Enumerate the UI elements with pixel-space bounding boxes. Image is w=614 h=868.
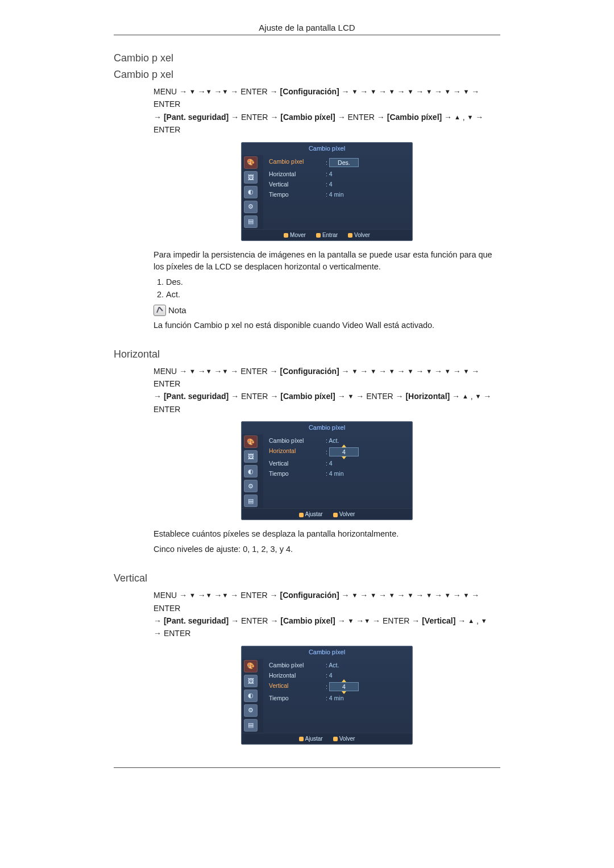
header-rule [114, 35, 500, 35]
osd-grid: Cambio píxel : Act. Horizontal : 4 Verti… [263, 659, 412, 733]
clock-icon: ◐ [244, 690, 258, 702]
osd-value: 4 [329, 682, 359, 691]
osd-footer-hint: Ajustar [299, 511, 323, 517]
osd-value: : 4 [326, 672, 333, 679]
osd-value: : 4 min [326, 470, 344, 477]
osd-grid: Cambio píxel : Des. Horizontal : 4 Verti… [263, 155, 412, 229]
osd-value: : 4 [326, 171, 333, 177]
osd-panel-horizontal: Cambio píxel 🎨 🖼 ◐ ⚙ ▤ Cambio píxel : Ac… [241, 421, 413, 520]
osd-footer: Ajustar Volver [242, 508, 412, 520]
page-header-title: Ajuste de la pantalla LCD [114, 23, 500, 32]
screens-icon: ▤ [244, 719, 258, 732]
osd-label: Horizontal [269, 171, 326, 177]
note-label: Nota [168, 305, 186, 315]
osd-row-cambio-pixel: Cambio píxel : Des. [269, 156, 406, 169]
osd-title: Cambio píxel [242, 649, 412, 655]
gear-icon: ⚙ [244, 480, 258, 492]
osd-label: Tiempo [269, 695, 326, 701]
picture-icon: 🖼 [244, 675, 258, 687]
osd-panel-vertical: Cambio píxel 🎨 🖼 ◐ ⚙ ▤ Cambio píxel : Ac… [241, 646, 413, 745]
footer-rule [114, 767, 500, 768]
palette-icon: 🎨 [244, 435, 258, 448]
osd-row-vertical: Vertical : 4 [269, 680, 406, 693]
osd-footer-hint: Volver [333, 736, 355, 742]
osd-row-tiempo: Tiempo : 4 min [269, 693, 406, 703]
clock-icon: ◐ [244, 186, 258, 198]
osd-label: Vertical [269, 682, 326, 691]
osd-value: Des. [329, 158, 359, 167]
osd-label: Cambio píxel [269, 437, 326, 444]
osd-label: Vertical [269, 181, 326, 188]
osd-label: Tiempo [269, 470, 326, 477]
screens-icon: ▤ [244, 495, 258, 507]
palette-icon: 🎨 [244, 156, 258, 169]
list-item: Act. [166, 290, 500, 299]
osd-label: Cambio píxel [269, 158, 326, 167]
osd-label: Tiempo [269, 191, 326, 198]
osd-title: Cambio píxel [242, 145, 412, 152]
section-title-cambio-pixel-2: Cambio p xel [114, 69, 500, 81]
osd-label: Cambio píxel [269, 662, 326, 668]
osd-sidebar: 🎨 🖼 ◐ ⚙ ▤ [242, 659, 263, 733]
desc-horizontal-2: Cinco niveles de ajuste: 0, 1, 2, 3, y 4… [154, 543, 500, 555]
osd-grid: Cambio píxel : Act. Horizontal : 4 Verti… [263, 434, 412, 508]
section-title-cambio-pixel-1: Cambio p xel [114, 52, 500, 64]
palette-icon: 🎨 [244, 660, 258, 672]
note-body: La función Cambio p xel no está disponib… [154, 319, 500, 331]
section-title-vertical: Vertical [114, 572, 500, 584]
osd-label: Horizontal [269, 672, 326, 679]
osd-row-cambio-pixel: Cambio píxel : Act. [269, 660, 406, 670]
osd-row-horizontal: Horizontal : 4 [269, 169, 406, 179]
nav-path-cambio-pixel: MENU → ▼ →▼ →▼ → ENTER → [Configuración]… [154, 85, 500, 136]
header-title-text: Ajuste de la pantalla LCD [259, 23, 355, 32]
nav-path-horizontal: MENU → ▼ →▼ →▼ → ENTER → [Configuración]… [154, 365, 500, 416]
osd-label: Horizontal [269, 447, 326, 456]
osd-value: : Act. [326, 662, 339, 668]
osd-value: : Act. [326, 437, 339, 444]
osd-sidebar: 🎨 🖼 ◐ ⚙ ▤ [242, 155, 263, 229]
osd-title: Cambio píxel [242, 424, 412, 431]
list-item: Des. [166, 277, 500, 286]
osd-value: 4 [329, 447, 359, 456]
osd-footer-hint: Ajustar [299, 736, 323, 742]
osd-row-vertical: Vertical : 4 [269, 179, 406, 189]
picture-icon: 🖼 [244, 450, 258, 463]
gear-icon: ⚙ [244, 704, 258, 717]
desc-cambio-pixel: Para impedir la persistencia de imágenes… [154, 249, 500, 273]
osd-row-tiempo: Tiempo : 4 min [269, 468, 406, 479]
screens-icon: ▤ [244, 215, 258, 228]
osd-footer: Mover Entrar Volver [242, 229, 412, 240]
osd-value: : 4 [326, 181, 333, 188]
note-row: Nota [154, 305, 500, 316]
osd-value: : 4 [326, 460, 333, 467]
gear-icon: ⚙ [244, 201, 258, 213]
section-title-horizontal: Horizontal [114, 348, 500, 360]
desc-horizontal-1: Establece cuántos píxeles se desplaza la… [154, 528, 500, 540]
picture-icon: 🖼 [244, 171, 258, 184]
osd-value: : 4 min [326, 191, 344, 198]
osd-row-vertical: Vertical : 4 [269, 458, 406, 468]
osd-row-cambio-pixel: Cambio píxel : Act. [269, 435, 406, 446]
nav-path-vertical: MENU → ▼ →▼ →▼ → ENTER → [Configuración]… [154, 589, 500, 640]
osd-row-horizontal: Horizontal : 4 [269, 446, 406, 458]
osd-footer-hint: Volver [348, 232, 370, 238]
osd-value: : 4 min [326, 695, 344, 701]
osd-footer: Ajustar Volver [242, 733, 412, 744]
options-list: Des. Act. [154, 277, 500, 299]
clock-icon: ◐ [244, 465, 258, 477]
osd-sidebar: 🎨 🖼 ◐ ⚙ ▤ [242, 434, 263, 508]
osd-footer-hint: Entrar [316, 232, 338, 238]
osd-row-tiempo: Tiempo : 4 min [269, 189, 406, 200]
note-icon [154, 305, 166, 316]
osd-label: Vertical [269, 460, 326, 467]
osd-panel-cambio-pixel: Cambio píxel 🎨 🖼 ◐ ⚙ ▤ Cambio píxel : De… [241, 142, 413, 241]
osd-row-horizontal: Horizontal : 4 [269, 670, 406, 680]
osd-footer-hint: Volver [333, 511, 355, 517]
osd-footer-hint: Mover [284, 232, 306, 238]
